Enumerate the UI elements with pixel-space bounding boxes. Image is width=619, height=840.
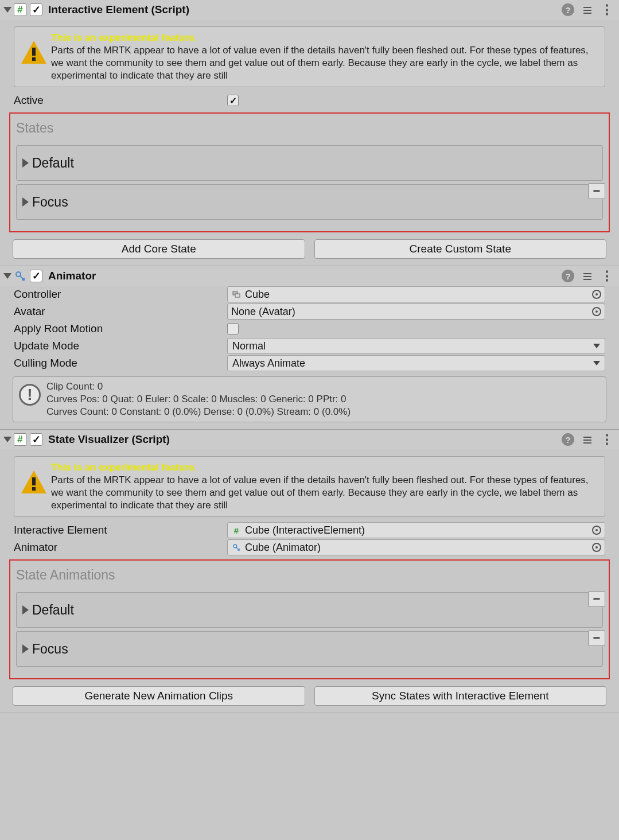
add-core-state-button[interactable]: Add Core State [13,239,305,259]
culling-mode-value: Always Animate [232,357,593,370]
stats-line: Clip Count: 0 [46,380,351,393]
svg-rect-2 [32,57,36,61]
experimental-text: This is an experimental feature. Parts o… [51,32,599,82]
states-section: States Default Focus − [9,112,610,232]
help-icon[interactable]: ? [562,3,574,16]
preset-icon[interactable] [582,434,593,445]
svg-rect-7 [32,477,36,485]
sync-states-button[interactable]: Sync States with Interactive Element [314,686,607,706]
experimental-text: This is an experimental feature. Parts o… [51,461,599,512]
state-item-focus[interactable]: Focus [16,184,603,220]
foldout-arrow-icon[interactable] [22,605,29,615]
warning-icon [20,40,45,63]
experimental-body: Parts of the MRTK appear to have a lot o… [51,45,589,81]
update-mode-value: Normal [232,340,593,352]
apply-root-motion-label: Apply Root Motion [14,322,227,335]
kebab-menu-icon[interactable]: ⋮ [601,7,613,13]
enable-checkbox[interactable] [30,270,42,282]
preset-icon[interactable] [582,271,593,281]
preset-icon[interactable] [582,5,593,15]
info-icon: ! [19,384,41,406]
component-title: Interactive Element (Script) [48,3,562,16]
active-row: Active [0,92,619,109]
controller-label: Controller [14,288,227,301]
experimental-body: Parts of the MRTK appear to have a lot o… [51,475,589,511]
interactive-element-field[interactable]: # Cube (InteractiveElement) [227,522,605,538]
object-picker-icon[interactable] [592,290,601,299]
create-custom-state-button[interactable]: Create Custom State [314,239,607,259]
avatar-row: Avatar None (Avatar) [0,303,619,320]
interactive-element-component: # Interactive Element (Script) ? ⋮ This … [0,0,619,266]
state-name-label: Default [32,602,74,618]
object-picker-icon[interactable] [592,526,601,535]
experimental-info-box: This is an experimental feature. Parts o… [14,26,605,87]
enable-checkbox[interactable] [30,433,42,446]
warning-icon [20,469,45,492]
svg-rect-1 [32,48,36,56]
state-animation-item-focus[interactable]: Focus [16,631,603,667]
state-name-label: Focus [32,195,68,210]
enable-checkbox[interactable] [30,3,42,16]
foldout-arrow-icon[interactable] [3,437,11,442]
state-name-label: Default [32,155,74,171]
state-item-default[interactable]: Default [16,145,603,181]
object-picker-icon[interactable] [592,307,601,316]
help-icon[interactable]: ? [562,270,574,282]
component-header: # Interactive Element (Script) ? ⋮ [0,0,619,20]
chevron-down-icon [593,344,600,348]
remove-state-button[interactable]: − [588,183,605,199]
apply-root-motion-row: Apply Root Motion [0,320,619,337]
controller-row: Controller Cube [0,286,619,303]
animator-ref-icon [231,542,242,553]
controller-field[interactable]: Cube [227,286,605,302]
state-name-label: Focus [32,641,68,657]
foldout-arrow-icon[interactable] [3,273,11,279]
foldout-arrow-icon[interactable] [22,158,29,168]
remove-state-button[interactable]: − [588,630,605,646]
culling-mode-row: Culling Mode Always Animate [0,355,619,372]
experimental-heading: This is an experimental feature. [51,462,197,473]
update-mode-label: Update Mode [14,340,227,352]
states-title: States [15,118,604,142]
stats-line: Curves Count: 0 Constant: 0 (0.0%) Dense… [46,406,351,418]
animator-ref-field[interactable]: Cube (Animator) [227,539,605,555]
stats-line: Curves Pos: 0 Quat: 0 Euler: 0 Scale: 0 … [46,393,351,406]
interactive-element-value: Cube (InteractiveElement) [245,524,589,536]
generate-clips-button[interactable]: Generate New Animation Clips [13,686,305,706]
animator-component: Animator ? ⋮ Controller Cube Avatar None… [0,266,619,430]
active-checkbox[interactable] [227,95,239,106]
script-ref-icon: # [231,525,242,535]
svg-rect-5 [235,294,240,297]
animator-stats-text: Clip Count: 0 Curves Pos: 0 Quat: 0 Eule… [46,380,351,418]
avatar-field[interactable]: None (Avatar) [227,304,605,320]
apply-root-motion-checkbox[interactable] [227,323,239,335]
active-label: Active [14,94,227,107]
component-header: Animator ? ⋮ [0,266,619,286]
experimental-heading: This is an experimental feature. [51,32,197,43]
script-icon: # [14,3,26,16]
chevron-down-icon [593,361,600,365]
controller-value: Cube [245,289,589,301]
update-mode-dropdown[interactable]: Normal [227,338,605,354]
state-animations-title: State Animations [15,565,604,589]
object-picker-icon[interactable] [592,543,601,552]
foldout-arrow-icon[interactable] [3,7,11,13]
avatar-value: None (Avatar) [231,306,589,318]
animator-stats-box: ! Clip Count: 0 Curves Pos: 0 Quat: 0 Eu… [13,376,606,422]
component-title: State Visualizer (Script) [48,433,562,446]
culling-mode-label: Culling Mode [14,357,227,370]
help-icon[interactable]: ? [562,433,574,446]
update-mode-row: Update Mode Normal [0,337,619,355]
kebab-menu-icon[interactable]: ⋮ [601,273,613,279]
state-animation-item-default[interactable]: Default [16,592,603,628]
interactive-element-row: Interactive Element # Cube (InteractiveE… [0,522,619,539]
remove-state-button[interactable]: − [588,591,605,607]
kebab-menu-icon[interactable]: ⋮ [601,437,613,442]
culling-mode-dropdown[interactable]: Always Animate [227,355,605,371]
svg-rect-8 [32,487,36,491]
interactive-element-label: Interactive Element [14,524,227,536]
script-icon: # [14,433,26,446]
foldout-arrow-icon[interactable] [22,644,29,654]
foldout-arrow-icon[interactable] [22,197,29,207]
animator-icon [14,270,26,282]
